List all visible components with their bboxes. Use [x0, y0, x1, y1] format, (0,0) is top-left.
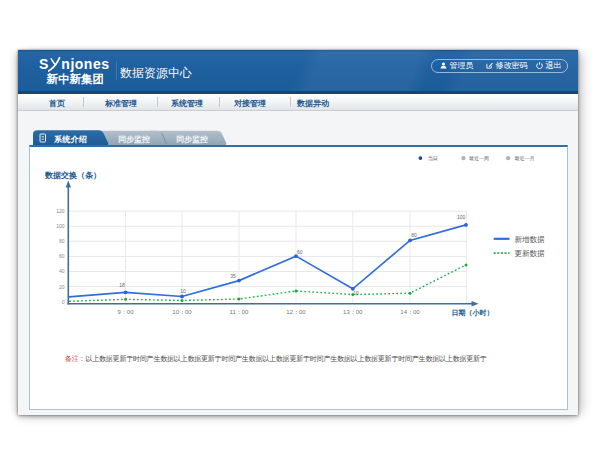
svg-text:数据交换（条）: 数据交换（条）	[44, 171, 101, 180]
svg-text:11：00: 11：00	[230, 309, 250, 315]
svg-text:40: 40	[59, 268, 65, 274]
svg-text:当日: 当日	[428, 155, 438, 162]
svg-text:10: 10	[353, 290, 359, 296]
svg-text:10：00: 10：00	[172, 309, 192, 315]
svg-text:100: 100	[457, 214, 466, 220]
svg-text:14：00: 14：00	[400, 309, 420, 315]
svg-text:日期（小时）: 日期（小时）	[452, 309, 494, 317]
svg-text:更新数据: 更新数据	[515, 249, 546, 258]
svg-text:35: 35	[230, 273, 236, 279]
svg-text:最近一周: 最近一周	[469, 155, 489, 161]
svg-text:120: 120	[56, 208, 65, 214]
svg-text:最近一月: 最近一月	[514, 155, 534, 162]
svg-text:18: 18	[119, 282, 125, 288]
svg-text:13：00: 13：00	[343, 309, 363, 315]
svg-text:新增数据: 新增数据	[515, 235, 546, 244]
svg-text:60: 60	[59, 253, 65, 259]
svg-text:60: 60	[297, 249, 303, 255]
svg-text:100: 100	[56, 223, 65, 229]
svg-text:12：00: 12：00	[286, 309, 306, 315]
svg-text:80: 80	[411, 232, 417, 238]
svg-text:9：00: 9：00	[117, 309, 134, 315]
svg-text:10: 10	[180, 288, 186, 294]
svg-text:80: 80	[59, 238, 65, 244]
svg-text:0: 0	[62, 299, 65, 305]
svg-text:20: 20	[59, 284, 65, 290]
